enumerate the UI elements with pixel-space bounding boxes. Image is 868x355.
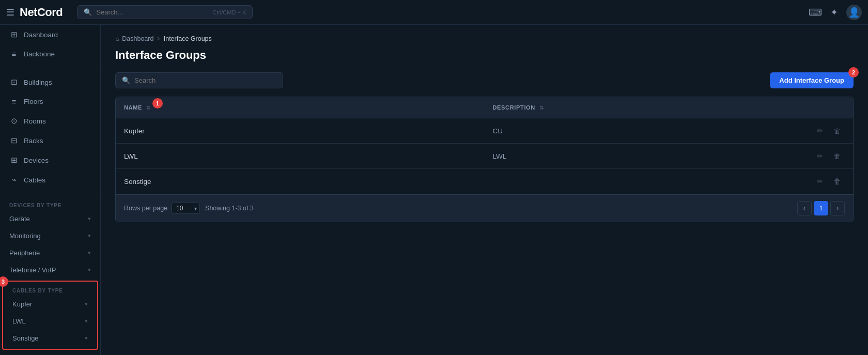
cables-kupfer-label: Kupfer	[12, 300, 32, 308]
sidebar-item-rooms-label: Rooms	[24, 117, 46, 125]
devices-icon: ⊞	[9, 156, 19, 165]
monitoring-label: Monitoring	[9, 232, 41, 240]
main-layout: ⊞ Dashboard ≡ Backbone ⊡ Buildings ≡ Flo…	[0, 25, 868, 355]
app-logo: NetCord	[20, 6, 63, 19]
topbar-search-icon: 🔍	[84, 8, 92, 16]
rows-per-page-select-wrap[interactable]: 102550100	[172, 203, 200, 214]
breadcrumb-current: Interface Groups	[164, 35, 212, 42]
interface-groups-table-wrapper: NAME ⇅ 1 DESCRIPTION ⇅ Kupfer CU ✏	[115, 97, 854, 222]
cables-lwl-chevron: ▾	[85, 318, 88, 325]
user-avatar[interactable]: 👤	[846, 5, 862, 20]
sidebar-item-dashboard-label: Dashboard	[24, 31, 58, 39]
terminal-icon-button[interactable]: ⌨	[809, 7, 822, 18]
devices-by-type-monitoring[interactable]: Monitoring ▾	[0, 227, 100, 244]
row-actions: ✏ 🗑	[801, 144, 853, 169]
topbar: ☰ NetCord 🔍 Ctrl/CMD + K ⌨ ✦ 👤	[0, 0, 868, 25]
sidebar-item-cables-label: Cables	[24, 176, 45, 184]
table-search-box[interactable]: 🔍	[115, 72, 283, 88]
breadcrumb-separator: >	[157, 35, 160, 42]
column-header-actions	[801, 97, 853, 118]
rows-per-page-select[interactable]: 102550100	[172, 203, 200, 214]
table-search-icon: 🔍	[122, 76, 130, 84]
sidebar-item-racks-label: Racks	[24, 137, 43, 145]
sidebar-item-buildings[interactable]: ⊡ Buildings	[0, 72, 100, 92]
add-interface-group-button[interactable]: Add Interface Group	[770, 72, 854, 88]
rows-per-page-label: Rows per page	[124, 205, 167, 212]
star-icon-button[interactable]: ✦	[830, 7, 838, 18]
rooms-icon: ⊙	[9, 116, 19, 126]
edit-button[interactable]: ✏	[813, 175, 827, 188]
sidebar-item-cables[interactable]: ⌁ Cables	[0, 170, 100, 190]
pagination-bar: Rows per page 102550100 Showing 1-3 of 3…	[116, 194, 853, 222]
breadcrumb-dashboard[interactable]: Dashboard	[122, 35, 153, 42]
menu-icon[interactable]: ☰	[6, 7, 14, 18]
page-1-button[interactable]: 1	[814, 201, 828, 215]
sidebar-divider-1	[0, 68, 100, 68]
sidebar-item-racks[interactable]: ⊟ Racks	[0, 131, 100, 150]
global-search-input[interactable]	[96, 8, 208, 16]
add-button-badge: 2	[848, 67, 859, 78]
sidebar-item-buildings-label: Buildings	[24, 79, 52, 86]
showing-text: Showing 1-3 of 3	[205, 205, 254, 212]
cables-icon: ⌁	[9, 175, 19, 184]
devices-by-type-peripherie[interactable]: Peripherie ▾	[0, 244, 100, 261]
row-name: Kupfer	[116, 118, 485, 144]
sidebar-item-backbone[interactable]: ≡ Backbone	[0, 44, 100, 64]
edit-button[interactable]: ✏	[813, 125, 827, 137]
table-search-input[interactable]	[134, 76, 276, 84]
cables-sonstige-chevron: ▾	[85, 335, 88, 342]
prev-page-button[interactable]: ‹	[797, 201, 812, 215]
sidebar-item-rooms[interactable]: ⊙ Rooms	[0, 111, 100, 131]
breadcrumb: ⌂ Dashboard > Interface Groups	[115, 35, 854, 42]
add-button-container: 2 Add Interface Group	[770, 72, 854, 88]
column-header-description[interactable]: DESCRIPTION ⇅	[485, 97, 802, 118]
sidebar-divider-2	[0, 194, 100, 194]
sidebar-item-devices[interactable]: ⊞ Devices	[0, 150, 100, 170]
cables-kupfer-chevron: ▾	[85, 301, 88, 307]
floors-icon: ≡	[9, 97, 19, 106]
telefonie-label: Telefonie / VoIP	[9, 266, 56, 274]
column-header-name[interactable]: NAME ⇅ 1	[116, 97, 485, 118]
sidebar-item-backbone-label: Backbone	[24, 50, 55, 58]
backbone-icon: ≡	[9, 50, 19, 58]
desc-sort-icon: ⇅	[539, 105, 544, 111]
row-description: CU	[485, 118, 802, 144]
peripherie-label: Peripherie	[9, 249, 40, 257]
name-sort-icon: ⇅	[146, 105, 151, 111]
page-title: Interface Groups	[115, 49, 854, 62]
dashboard-icon: ⊞	[9, 30, 19, 39]
rows-per-page: Rows per page 102550100	[124, 203, 200, 214]
delete-button[interactable]: 🗑	[829, 175, 845, 188]
cables-by-type-kupfer[interactable]: Kupfer ▾	[3, 296, 97, 313]
delete-button[interactable]: 🗑	[829, 125, 845, 137]
search-shortcut-hint: Ctrl/CMD + K	[212, 9, 246, 16]
cables-sonstige-label: Sonstige	[12, 334, 39, 342]
cables-by-type-section-label: CABLES BY TYPE	[3, 284, 97, 296]
edit-button[interactable]: ✏	[813, 150, 827, 162]
cables-by-type-section: 3 CABLES BY TYPE Kupfer ▾ LWL ▾ Sonstige…	[2, 281, 98, 350]
devices-by-type-telefonie[interactable]: Telefonie / VoIP ▾	[0, 261, 100, 279]
sidebar-item-floors-label: Floors	[24, 98, 43, 105]
home-icon: ⌂	[115, 35, 119, 42]
toolbar: 🔍 2 Add Interface Group	[115, 72, 854, 88]
cables-by-type-lwl[interactable]: LWL ▾	[3, 313, 97, 330]
geraten-chevron: ▾	[88, 215, 91, 222]
row-name: Sonstige	[116, 169, 485, 194]
table-row: Sonstige ✏ 🗑	[116, 169, 853, 194]
sidebar: ⊞ Dashboard ≡ Backbone ⊡ Buildings ≡ Flo…	[0, 25, 101, 355]
main-content: ⌂ Dashboard > Interface Groups Interface…	[101, 25, 868, 355]
global-search-box[interactable]: 🔍 Ctrl/CMD + K	[77, 5, 253, 19]
delete-button[interactable]: 🗑	[829, 150, 845, 162]
sidebar-item-dashboard[interactable]: ⊞ Dashboard	[0, 25, 100, 44]
row-actions: ✏ 🗑	[801, 169, 853, 194]
cables-by-type-sonstige[interactable]: Sonstige ▾	[3, 330, 97, 347]
devices-by-type-section-label: DEVICES BY TYPE	[0, 198, 100, 210]
devices-by-type-geraten[interactable]: Geräte ▾	[0, 210, 100, 227]
buildings-icon: ⊡	[9, 78, 19, 87]
row-description	[485, 169, 802, 194]
sidebar-item-floors[interactable]: ≡ Floors	[0, 92, 100, 111]
table-row: Kupfer CU ✏ 🗑	[116, 118, 853, 144]
table-header: NAME ⇅ 1 DESCRIPTION ⇅	[116, 97, 853, 118]
next-page-button[interactable]: ›	[830, 201, 845, 215]
table-row: LWL LWL ✏ 🗑	[116, 144, 853, 169]
